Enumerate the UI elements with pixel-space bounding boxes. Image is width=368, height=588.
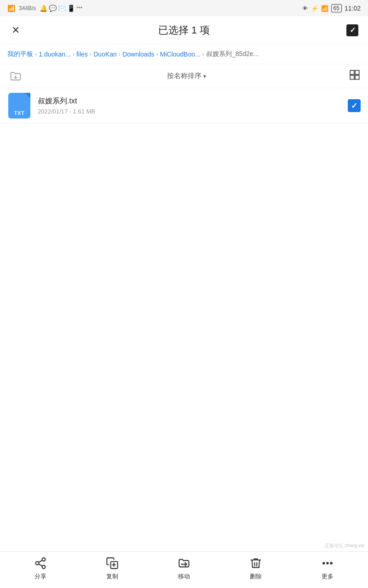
- move-button[interactable]: 移动: [166, 556, 202, 581]
- svg-point-15: [323, 562, 325, 564]
- eye-icon: 👁: [302, 5, 308, 12]
- signal-icon: 📶: [321, 5, 328, 12]
- status-right: 👁 ⚡ 📶 65 11:02: [302, 4, 361, 12]
- check-all-icon: [346, 24, 358, 36]
- breadcrumb-mypad[interactable]: 我的平板: [7, 50, 33, 58]
- new-folder-button[interactable]: [7, 68, 24, 85]
- move-icon: [177, 556, 191, 571]
- file-type-label: TXT: [14, 110, 24, 116]
- more-button[interactable]: 更多: [309, 556, 346, 581]
- svg-rect-3: [355, 70, 359, 74]
- grid-view-button[interactable]: [349, 69, 361, 83]
- breadcrumb-downloads[interactable]: Downloads: [122, 51, 154, 58]
- copy-icon: [105, 556, 120, 571]
- file-name: 叔嫂系列.txt: [38, 96, 348, 106]
- delete-button[interactable]: 删除: [237, 556, 274, 581]
- move-label: 移动: [178, 572, 190, 581]
- copy-button[interactable]: 复制: [94, 556, 131, 581]
- wifi-icon: 📶: [7, 5, 15, 12]
- toolbar: 按名称排序 ▾: [0, 64, 368, 88]
- delete-icon: [248, 556, 263, 571]
- network-speed: 344B/s: [19, 5, 36, 11]
- bottom-bar: 分享 复制 移动: [0, 551, 368, 588]
- file-icon: TXT: [7, 94, 31, 118]
- more-icon: [320, 556, 335, 571]
- status-left: 📶 344B/s 🔔 💬 ✉️ 📱 •••: [7, 5, 82, 12]
- toolbar-right: [349, 69, 361, 83]
- file-list: TXT 叔嫂系列.txt 2022/01/17 - 1.61 MB: [0, 88, 368, 551]
- file-checkbox[interactable]: [348, 99, 361, 112]
- breadcrumb-duokan[interactable]: DuoKan: [93, 51, 117, 58]
- sort-label: 按名称排序: [167, 72, 201, 80]
- share-icon: [33, 556, 48, 571]
- share-label: 分享: [34, 572, 46, 581]
- svg-point-16: [327, 562, 328, 564]
- toolbar-left: [7, 68, 24, 85]
- breadcrumb-duokan1[interactable]: 1.duokan...: [39, 51, 70, 58]
- page-title: 已选择 1 项: [158, 23, 210, 37]
- clock: 11:02: [345, 5, 361, 12]
- breadcrumb: 我的平板 › 1.duokan... › files › DuoKan › Do…: [0, 44, 368, 64]
- svg-point-17: [330, 562, 332, 564]
- delete-label: 删除: [250, 572, 262, 581]
- breadcrumb-current: 叔嫂系列_85d2e...: [206, 50, 259, 58]
- txt-file-icon: TXT: [8, 93, 30, 119]
- table-row[interactable]: TXT 叔嫂系列.txt 2022/01/17 - 1.61 MB: [0, 88, 368, 124]
- top-bar: ✕ 已选择 1 项: [0, 17, 368, 44]
- breadcrumb-files[interactable]: files: [76, 51, 88, 58]
- copy-label: 复制: [106, 572, 118, 581]
- file-info: 叔嫂系列.txt 2022/01/17 - 1.61 MB: [38, 96, 348, 115]
- close-button[interactable]: ✕: [7, 22, 24, 39]
- bluetooth-icon: ⚡: [311, 5, 318, 12]
- notification-icons: 🔔 💬 ✉️ 📱 •••: [40, 5, 82, 12]
- svg-line-9: [39, 564, 42, 566]
- file-meta: 2022/01/17 - 1.61 MB: [38, 108, 348, 115]
- battery-indicator: 65: [331, 4, 342, 12]
- svg-rect-5: [355, 75, 359, 79]
- breadcrumb-micloud[interactable]: MiCloudBoo...: [160, 51, 201, 58]
- svg-rect-4: [350, 75, 354, 79]
- sort-arrow-icon: ▾: [203, 73, 206, 79]
- svg-rect-2: [350, 70, 354, 74]
- svg-line-10: [39, 560, 42, 562]
- check-all-button[interactable]: [344, 22, 361, 39]
- share-button[interactable]: 分享: [22, 556, 59, 581]
- status-bar: 📶 344B/s 🔔 💬 ✉️ 📱 ••• 👁 ⚡ 📶 65 11:02: [0, 0, 368, 17]
- more-label: 更多: [322, 572, 334, 581]
- sort-button[interactable]: 按名称排序 ▾: [167, 72, 206, 80]
